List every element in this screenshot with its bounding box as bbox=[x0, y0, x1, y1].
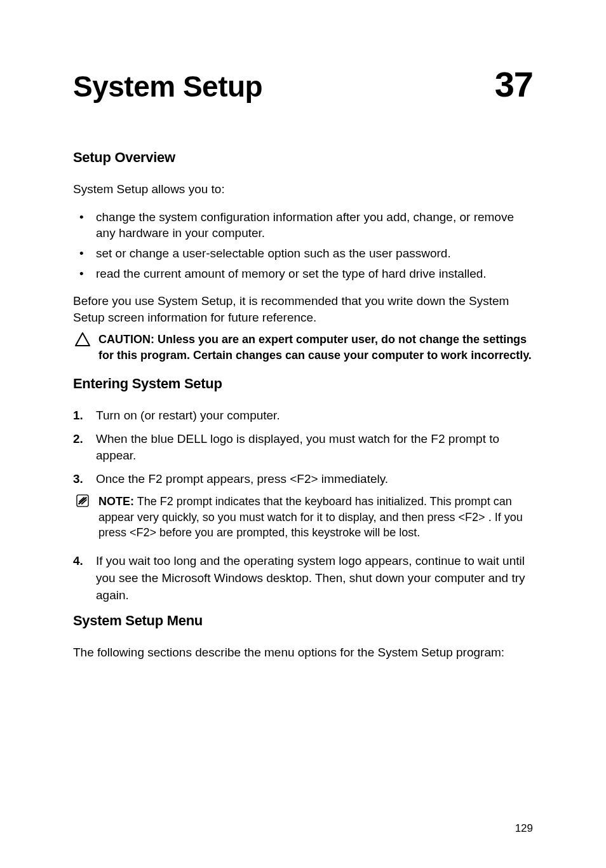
caution-text: CAUTION: Unless you are an expert comput… bbox=[98, 332, 533, 363]
list-item: Turn on (or restart) your computer. bbox=[96, 407, 533, 424]
overview-intro: System Setup allows you to: bbox=[73, 181, 533, 198]
entering-steps-list-1: Turn on (or restart) your computer. When… bbox=[73, 407, 533, 487]
caution-icon bbox=[73, 332, 92, 349]
list-item: read the current amount of memory or set… bbox=[96, 266, 533, 282]
note-callout: NOTE: The F2 prompt indicates that the k… bbox=[73, 494, 533, 540]
section-heading-entering: Entering System Setup bbox=[73, 376, 533, 392]
list-item: When the blue DELL logo is displayed, yo… bbox=[96, 431, 533, 465]
section-heading-menu: System Setup Menu bbox=[73, 613, 533, 629]
chapter-header: System Setup 37 bbox=[73, 64, 533, 105]
entering-steps-list-2: If you wait too long and the operating s… bbox=[73, 553, 533, 604]
note-text: NOTE: The F2 prompt indicates that the k… bbox=[98, 494, 533, 540]
list-item: Once the F2 prompt appears, press <F2> i… bbox=[96, 471, 533, 488]
note-body: The F2 prompt indicates that the keyboar… bbox=[98, 495, 523, 539]
list-item: change the system configuration informat… bbox=[96, 209, 533, 241]
list-item: set or change a user-selectable option s… bbox=[96, 245, 533, 262]
caution-callout: CAUTION: Unless you are an expert comput… bbox=[73, 332, 533, 363]
list-item: If you wait too long and the operating s… bbox=[96, 553, 533, 604]
chapter-title: System Setup bbox=[73, 69, 262, 104]
section-heading-overview: Setup Overview bbox=[73, 149, 533, 166]
overview-after-text: Before you use System Setup, it is recom… bbox=[73, 293, 533, 325]
overview-bullet-list: change the system configuration informat… bbox=[73, 209, 533, 282]
note-lead: NOTE: bbox=[98, 495, 134, 508]
menu-intro: The following sections describe the menu… bbox=[73, 644, 533, 661]
page-number: 129 bbox=[515, 822, 533, 835]
document-page: System Setup 37 Setup Overview System Se… bbox=[0, 0, 606, 868]
chapter-number: 37 bbox=[495, 64, 533, 105]
note-icon bbox=[73, 494, 92, 511]
